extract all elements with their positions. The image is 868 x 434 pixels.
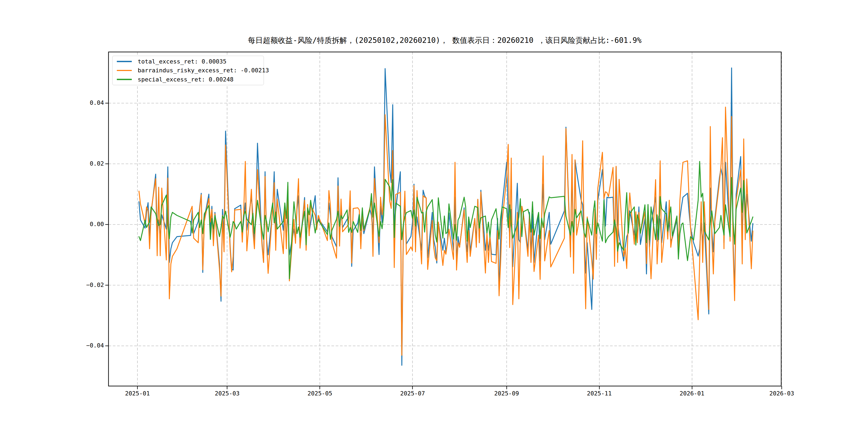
legend-item-special-excess-ret: special_excess_ret: 0.00248 <box>113 75 264 84</box>
chart-figure: 每日超额收益-风险/特质拆解，(20250102,20260210)， 数值表示… <box>0 0 868 434</box>
legend-line-sample-blue <box>117 61 132 62</box>
x-tick-label: 2026-01 <box>671 390 713 397</box>
legend-line-sample-orange <box>117 70 132 71</box>
x-tick-label: 2025-01 <box>116 390 159 397</box>
x-tick-label: 2025-05 <box>299 390 341 397</box>
legend-box: total_excess_ret: 0.00035 barraindus_ris… <box>112 56 264 85</box>
legend-item-barraindus-risky-excess-ret: barraindus_risky_excess_ret: -0.00213 <box>113 66 264 75</box>
legend-label: total_excess_ret: 0.00035 <box>138 58 226 65</box>
y-tick-label: −0.02 <box>69 282 104 288</box>
x-tick-label: 2025-03 <box>206 390 249 397</box>
x-tick-label: 2025-07 <box>391 390 434 397</box>
y-tick-label: 0.00 <box>69 221 104 227</box>
legend-label: barraindus_risky_excess_ret: -0.00213 <box>138 67 269 74</box>
x-tick-label: 2025-11 <box>578 390 621 397</box>
x-tick-label: 2025-09 <box>485 390 528 397</box>
y-tick-label: 0.02 <box>69 160 104 167</box>
x-tick-label: 2026-03 <box>760 390 803 397</box>
y-tick-label: 0.04 <box>69 99 104 106</box>
legend-label: special_excess_ret: 0.00248 <box>138 76 234 83</box>
legend-item-total-excess-ret: total_excess_ret: 0.00035 <box>113 57 264 66</box>
legend-line-sample-green <box>117 79 132 80</box>
y-tick-label: −0.04 <box>69 342 104 349</box>
